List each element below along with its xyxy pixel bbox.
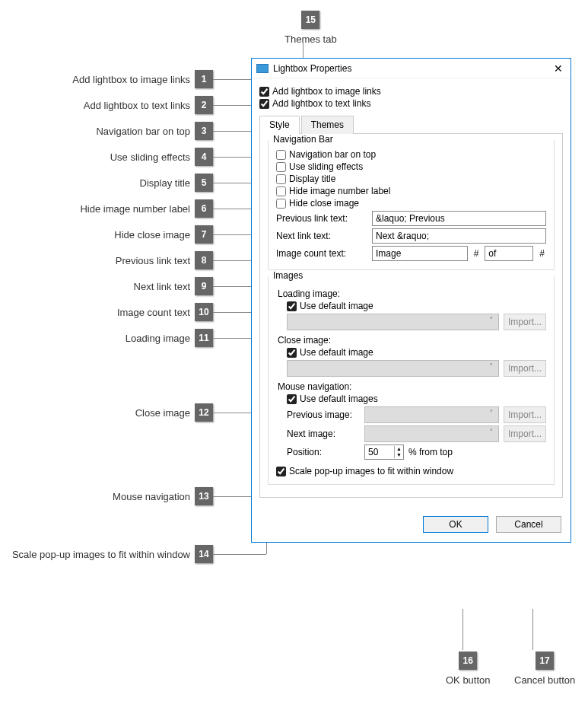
app-icon [256,64,269,73]
callout-1: Add lightbox to image links1 [0,70,213,88]
close-image-select [287,360,499,377]
close-image-label: Close image: [278,335,546,346]
prev-text-input[interactable] [372,211,546,226]
hash-2: # [539,248,545,259]
cancel-button[interactable]: Cancel [496,516,561,533]
ok-button[interactable]: OK [423,516,488,533]
nav-group: Navigation Bar Navigation bar on top Use… [268,140,555,270]
close-icon[interactable]: ✕ [551,62,566,75]
tab-themes[interactable]: Themes [301,116,354,134]
position-spin[interactable]: ▲▼ [364,444,404,460]
prev-image-label: Previous image: [287,409,360,420]
loading-import-button: Import... [504,314,546,330]
position-label: Position: [287,447,360,457]
mouse-default-label: Use default images [300,394,378,404]
callout-6: Hide image number label6 [0,199,213,218]
prev-import-button: Import... [504,406,546,423]
callout-4: Use sliding effects4 [0,148,213,166]
hide-close-checkbox[interactable] [276,199,286,209]
callout-10: Image count text10 [0,303,213,321]
mouse-nav-label: Mouse navigation: [278,381,546,392]
callout-2: Add lightbox to text links2 [0,96,213,114]
spin-up-icon[interactable]: ▲ [395,446,403,452]
callout-16: 16OK button [446,652,491,686]
loading-default-label: Use default image [300,301,373,311]
scale-checkbox[interactable] [276,467,286,476]
nav-on-top-label: Navigation bar on top [289,149,376,160]
loading-image-select [287,314,499,330]
add-image-links-label: Add lightbox to image links [272,86,381,97]
position-input[interactable] [365,445,394,459]
count-text-input-1[interactable] [372,246,468,261]
callout-15: Themes tab15 [284,11,337,45]
display-title-label: Display title [289,174,335,184]
style-panel: Navigation Bar Navigation bar on top Use… [259,134,563,498]
callout-17: 17Cancel button [514,652,575,686]
prev-text-label: Previous link text: [276,213,367,224]
hide-close-label: Hide close image [289,198,359,209]
display-title-checkbox[interactable] [276,174,286,184]
mouse-default-checkbox[interactable] [287,394,297,404]
sliding-label: Use sliding effects [289,161,363,172]
loading-default-checkbox[interactable] [287,301,297,311]
callout-5: Display title5 [0,174,213,192]
scale-label: Scale pop-up images to fit within window [289,466,453,476]
hash-1: # [474,248,479,259]
lightbox-properties-dialog: Lightbox Properties ✕ Add lightbox to im… [251,58,571,543]
images-legend: Images [273,270,303,281]
count-text-label: Image count text: [276,248,367,259]
close-default-checkbox[interactable] [287,348,297,358]
position-suffix: % from top [408,447,453,457]
callout-13: Mouse navigation13 [0,487,213,505]
add-text-links-checkbox[interactable] [259,99,269,109]
nav-legend: Navigation Bar [273,134,333,145]
next-import-button: Import... [504,425,546,442]
spin-down-icon[interactable]: ▼ [395,452,403,458]
callout-3: Navigation bar on top3 [0,122,213,140]
add-text-links-label: Add lightbox to text links [272,98,370,109]
next-image-select [364,425,499,442]
tab-style[interactable]: Style [259,116,300,134]
next-text-label: Next link text: [276,231,367,241]
callout-11: Loading image11 [0,329,213,347]
images-group: Images Loading image: Use default image … [268,276,555,485]
loading-image-label: Loading image: [278,288,546,299]
count-text-input-2[interactable] [485,246,533,261]
close-import-button: Import... [504,360,546,377]
next-image-label: Next image: [287,429,360,439]
hide-number-label: Hide image number label [289,186,390,196]
callout-8: Previous link text8 [0,251,213,269]
next-text-input[interactable] [372,228,546,244]
hide-number-checkbox[interactable] [276,186,286,196]
callout-12: Close image12 [0,403,213,422]
dialog-title: Lightbox Properties [273,63,351,74]
nav-on-top-checkbox[interactable] [276,150,286,160]
close-default-label: Use default image [300,347,373,358]
add-image-links-checkbox[interactable] [259,87,269,97]
prev-image-select [364,406,499,423]
callout-14: Scale pop-up images to fit within window… [0,545,213,563]
sliding-checkbox[interactable] [276,162,286,172]
callout-7: Hide close image7 [0,225,213,244]
titlebar: Lightbox Properties ✕ [252,59,571,78]
callout-9: Next link text9 [0,277,213,295]
